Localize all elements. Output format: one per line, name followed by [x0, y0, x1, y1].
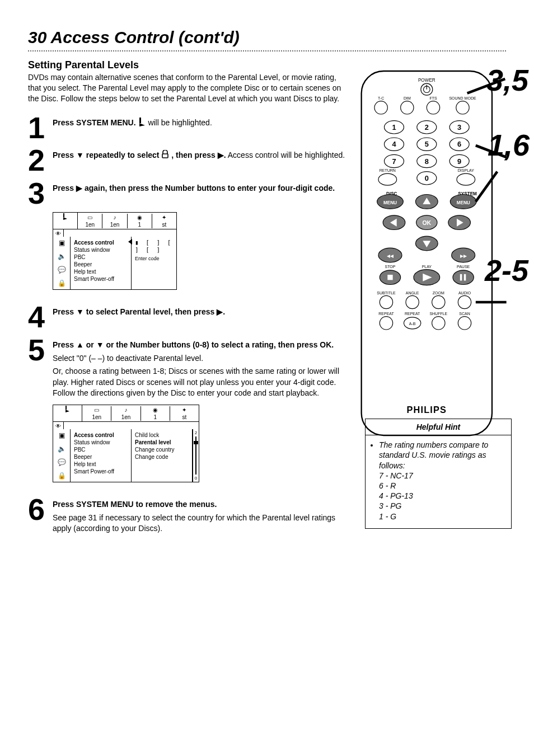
step-5-p1: Select "0" (– –) to deactivate Parental … — [53, 353, 347, 364]
osd1-code-slots: ▮ [ ] [ ] [ ] — [135, 239, 173, 253]
osd2-icon-lock: 🔒 — [58, 472, 66, 480]
step-5-bold: Press ▲ or ▼ or the Number buttons (0-8)… — [53, 340, 334, 349]
osd1-top-2: 1 — [128, 221, 152, 228]
osd2-icon-menu — [65, 407, 71, 414]
osd1-icon-disc: ◉ — [128, 214, 152, 221]
osd1-icon-picture: ▣ — [59, 239, 65, 247]
step-4-bold: Press ▼ to select Parental level, then p… — [53, 307, 225, 316]
svg-text:STOP: STOP — [385, 265, 396, 269]
step-6-number: 6 — [28, 496, 53, 523]
svg-text:REPEAT: REPEAT — [378, 312, 394, 316]
step-5-p2: Or, choose a rating between 1-8; Discs o… — [53, 366, 347, 399]
step-1-bold: Press SYSTEM MENU. — [53, 118, 136, 127]
svg-rect-64 — [387, 275, 392, 280]
svg-rect-68 — [460, 274, 462, 281]
svg-text:3: 3 — [457, 123, 461, 132]
step-1-rest: will be highlighted. — [148, 118, 212, 127]
osd2-menu-2: PBC — [74, 446, 128, 453]
osd2-icon-picture: ▣ — [59, 431, 65, 439]
osd1-eye-icon: 👁 — [53, 229, 64, 237]
svg-text:▸▸: ▸▸ — [460, 252, 467, 259]
step-2-bold-b: , then press ▶. — [171, 151, 226, 159]
osd2-top-0: 1en — [82, 414, 111, 421]
osd2-menu-list: Access control Status window PBC Beeper … — [71, 429, 132, 482]
step-1: 1 Press SYSTEM MENU. will be highlighted… — [28, 114, 347, 142]
step-3-number: 3 — [28, 180, 53, 207]
osd2-sub-3: Change code — [135, 453, 189, 461]
hint-rating-4: 1 - G — [379, 512, 396, 521]
title-divider — [28, 50, 506, 51]
svg-text:OK: OK — [422, 219, 431, 226]
step-6-rest: See page 31 if necessary to select the c… — [53, 513, 347, 534]
svg-text:4: 4 — [392, 140, 396, 148]
osd1-enter-code: Enter code — [135, 256, 173, 261]
callout-2-5: 2-5 — [485, 253, 528, 288]
step-2: 2 Press ▼ repeatedly to select , then pr… — [28, 147, 347, 174]
page-title: 30 Access Control (cont'd) — [28, 28, 506, 47]
osd1-menu-2: PBC — [74, 253, 128, 261]
svg-text:MENU: MENU — [383, 200, 397, 205]
step-3-bold: Press ▶ again, then press the Number but… — [53, 184, 335, 192]
svg-text:DIM: DIM — [404, 96, 411, 100]
svg-text:SUBTITLE: SUBTITLE — [377, 291, 396, 295]
step-5-number: 5 — [28, 336, 53, 364]
remote-illustration: 3,5 1,6 2-5 POWER T-C DIM FTS SOUND MODE… — [355, 67, 512, 442]
step-6-bold: Press SYSTEM MENU to remove the menus. — [53, 500, 217, 509]
osd2-sub-0: Child lock — [135, 431, 189, 439]
svg-text:PLAY: PLAY — [422, 265, 432, 269]
osd1-icon-tv: ▭ — [78, 214, 102, 221]
step-2-bold-a: Press ▼ repeatedly to select — [53, 151, 161, 159]
svg-text:MENU: MENU — [457, 200, 470, 205]
osd2-menu-4: Help text — [74, 461, 128, 468]
osd1-menu-5: Smart Power-off — [74, 275, 128, 283]
svg-text:◂◂: ◂◂ — [387, 252, 394, 259]
osd1-top-0: 1en — [78, 221, 102, 228]
svg-text:SOUND MODE: SOUND MODE — [449, 96, 476, 100]
svg-text:REPEAT: REPEAT — [405, 312, 420, 316]
osd1-icon-menu — [63, 215, 68, 221]
osd2-slider-bottom: 0 — [195, 476, 197, 481]
step-6: 6 Press SYSTEM MENU to remove the menus.… — [28, 496, 347, 534]
osd2-menu-3: Beeper — [74, 453, 128, 461]
svg-text:DISPLAY: DISPLAY — [458, 168, 474, 172]
svg-text:9: 9 — [457, 157, 461, 166]
svg-text:A-B: A-B — [409, 322, 416, 326]
osd2-eye-icon: 👁 — [53, 422, 64, 429]
menu-bar-icon — [138, 118, 146, 128]
osd2-top-row: ▭1en ♪1en ◉1 ✦st — [53, 405, 199, 422]
svg-rect-1 — [162, 154, 168, 158]
svg-text:SCAN: SCAN — [459, 312, 470, 316]
osd1-top-1: 1en — [102, 221, 127, 228]
osd1-icon-speech: 💬 — [58, 266, 66, 274]
svg-text:2: 2 — [425, 123, 429, 132]
svg-text:PHILIPS: PHILIPS — [406, 405, 447, 415]
osd1-top-3: st — [152, 221, 176, 228]
osd2-sub-2: Change country — [135, 446, 189, 453]
osd2-icon-star: ✦ — [170, 406, 199, 414]
osd1-menu-3: Beeper — [74, 261, 128, 268]
svg-text:PAUSE: PAUSE — [457, 265, 470, 269]
svg-rect-69 — [464, 274, 466, 281]
osd2-slider-top: 2 — [195, 430, 197, 435]
osd-screenshot-1: ▭1en ♪1en ◉1 ✦st 👁 ▣ 🔈 💬 🔒 Access contro… — [53, 212, 177, 290]
osd2-menu-5: Smart Power-off — [74, 468, 128, 475]
osd2-icon-disc: ◉ — [141, 406, 170, 414]
osd1-side-icons: ▣ 🔈 💬 🔒 — [53, 237, 71, 289]
osd2-menu-0: Access control — [74, 431, 128, 439]
hint-rating-1: 6 - R — [379, 481, 396, 490]
helpful-hint-box: Helpful Hint The rating numbers compare … — [365, 419, 512, 529]
hint-rating-3: 3 - PG — [379, 501, 401, 510]
hint-lead: The rating numbers compare to standard U… — [379, 440, 488, 469]
osd1-pointer-icon — [128, 239, 132, 245]
osd2-menu-1: Status window — [74, 439, 128, 446]
section-heading: Setting Parental Levels — [28, 59, 347, 71]
svg-text:RETURN: RETURN — [380, 168, 396, 172]
step-1-number: 1 — [28, 114, 53, 142]
step-2-rest: Access control will be highlighted. — [228, 151, 345, 159]
svg-text:7: 7 — [392, 157, 396, 166]
osd1-icon-speaker: 🔈 — [58, 252, 66, 260]
osd1-icon-note: ♪ — [102, 214, 127, 221]
osd2-icon-speech: 💬 — [58, 458, 66, 466]
osd2-icon-tv: ▭ — [82, 406, 111, 414]
padlock-icon — [161, 150, 169, 159]
